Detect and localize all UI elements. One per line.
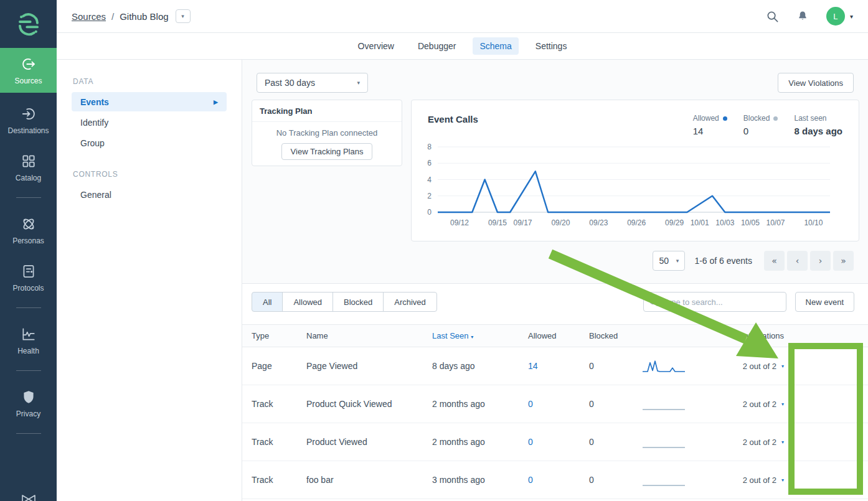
cell-allowed[interactable]: 0 [528,399,589,409]
event-filter-group: All Allowed Blocked Archived [252,292,437,312]
chevron-down-icon: ▾ [850,13,853,20]
subnav-heading-controls: CONTROLS [73,170,225,179]
view-violations-button[interactable]: View Violations [778,73,854,93]
subnav-item-general[interactable]: General [72,185,227,204]
col-header-allowed: Allowed [528,331,589,340]
svg-text:09/29: 09/29 [665,218,684,227]
tab-settings[interactable]: Settings [529,37,574,55]
filter-allowed[interactable]: Allowed [282,292,333,312]
svg-text:10/10: 10/10 [804,218,823,227]
tracking-plan-card: Tracking Plan No Tracking Plan connected… [252,100,402,166]
search-input[interactable] [662,297,781,307]
pagination-last-button[interactable]: » [833,251,854,271]
sidebar-divider [16,307,41,308]
sparkline [640,396,687,412]
health-icon [21,326,37,342]
cell-name[interactable]: Product Viewed [306,437,432,447]
svg-text:0: 0 [427,208,432,217]
last-seen-label: Last seen [794,114,826,123]
table-row[interactable]: Page Page Viewed 8 days ago 14 0 2 out o… [242,347,868,385]
integrations-caret-icon[interactable]: ▾ [781,401,784,407]
page-size-select[interactable]: 50 ▾ [653,251,685,271]
cell-last-seen: 8 days ago [432,361,528,371]
sidebar-item-label: Privacy [16,410,40,418]
svg-text:10/03: 10/03 [715,218,734,227]
cell-allowed[interactable]: 14 [528,361,589,371]
cell-name[interactable]: Product Quick Viewed [306,399,432,409]
filter-blocked[interactable]: Blocked [333,292,384,312]
account-menu[interactable]: L ▾ [826,7,853,26]
subnav-item-label: Group [80,138,105,148]
cell-name[interactable]: foo bar [306,475,432,485]
table-row[interactable]: Track Product Viewed 2 months ago 0 0 2 … [242,423,868,461]
cell-blocked: 0 [589,361,640,371]
event-search[interactable] [643,292,786,312]
subnav-item-group[interactable]: Group [72,133,227,152]
topbar: Sources / Github Blog ▾ L ▾ [57,0,868,33]
sidebar-item-health[interactable]: Health [0,318,57,363]
cell-name[interactable]: Page Viewed [306,361,432,371]
svg-text:10/05: 10/05 [741,218,760,227]
integrations-caret-icon[interactable]: ▾ [781,477,784,483]
integrations-caret-icon[interactable]: ▾ [781,439,784,445]
pagination-next-button[interactable]: › [810,251,831,271]
pagination-prev-button[interactable]: ‹ [787,251,808,271]
search-icon [649,297,658,307]
cell-last-seen: 3 months ago [432,475,528,485]
subnav-item-label: Identify [80,118,108,128]
stat-blocked: Blocked 0 [743,114,778,136]
sidebar-item-personas[interactable]: Personas [0,208,57,253]
bowtie-icon [21,494,37,501]
breadcrumb-separator: / [111,11,114,22]
personas-icon [21,216,37,232]
sidebar-item-label: Catalog [16,174,41,182]
tab-debugger[interactable]: Debugger [411,37,463,55]
integrations-caret-icon[interactable]: ▾ [781,363,784,369]
svg-text:10/07: 10/07 [766,218,785,227]
sidebar-item-label: Health [17,347,39,355]
legend-dot-allowed [723,116,727,121]
time-range-value: Past 30 days [265,78,315,88]
col-header-last-seen[interactable]: Last Seen ▾ [432,331,528,340]
cell-allowed[interactable]: 0 [528,437,589,447]
sidebar-item-protocols[interactable]: Protocols [0,255,57,300]
pagination-first-button[interactable]: « [764,251,785,271]
svg-text:10/01: 10/01 [691,218,709,227]
event-calls-plot: 0246809/1209/1509/1709/2009/2309/2609/29… [403,141,833,234]
filter-all[interactable]: All [252,292,283,312]
subnav-item-events[interactable]: Events ▶ [72,92,227,111]
tab-overview[interactable]: Overview [351,37,401,55]
tab-schema[interactable]: Schema [473,37,518,55]
avatar[interactable]: L [826,7,845,26]
sidebar-item-label: Destinations [7,126,49,135]
cell-type: Track [252,399,306,409]
cell-allowed[interactable]: 0 [528,475,589,485]
chevron-right-icon: ▶ [214,99,218,105]
segment-logo[interactable] [0,0,57,48]
subnav-item-identify[interactable]: Identify [72,113,227,132]
table-row[interactable]: Track Product Quick Viewed 2 months ago … [242,385,868,423]
subnav-item-label: General [80,190,111,200]
sidebar-item-sources[interactable]: Sources [0,48,57,93]
events-table-section: All Allowed Blocked Archived New event T… [242,283,868,501]
sidebar-item-destinations[interactable]: Destinations [0,98,57,143]
source-switcher-button[interactable]: ▾ [176,9,191,23]
sidebar-item-privacy[interactable]: Privacy [0,381,57,426]
time-range-select[interactable]: Past 30 days ▾ [257,73,368,93]
notifications-bell-icon[interactable] [796,10,809,23]
svg-text:8: 8 [427,143,432,151]
cell-integrations: 2 out of 2 [743,400,776,409]
breadcrumb-sources-link[interactable]: Sources [72,11,106,22]
chevron-down-icon: ▾ [357,80,360,86]
filter-archived[interactable]: Archived [383,292,437,312]
sidebar-item-catalog[interactable]: Catalog [0,145,57,190]
view-tracking-plans-button[interactable]: View Tracking Plans [281,143,373,160]
svg-text:2: 2 [427,192,432,200]
table-row[interactable]: Track foo bar 3 months ago 0 0 2 out of … [242,461,868,499]
sort-caret-icon: ▾ [471,334,473,340]
destinations-icon [21,106,37,122]
sparkline [640,472,687,488]
search-icon[interactable] [766,10,779,23]
sidebar-item-partial[interactable] [0,494,57,501]
new-event-button[interactable]: New event [795,292,854,312]
